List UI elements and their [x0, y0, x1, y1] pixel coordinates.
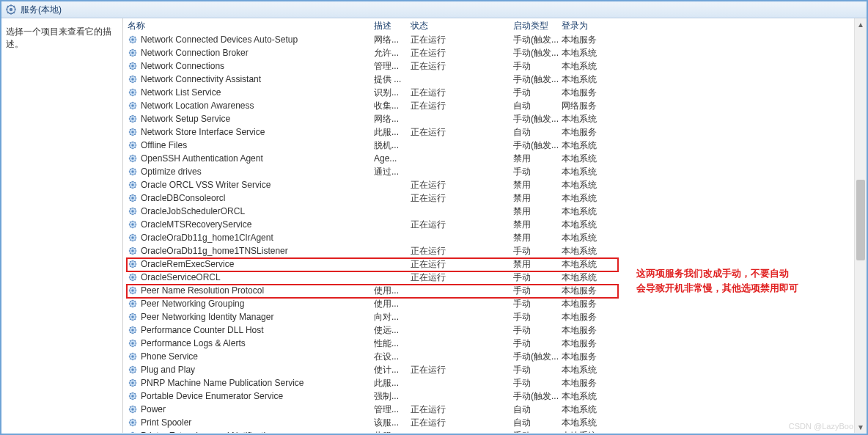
service-row[interactable]: OracleOraDb11g_home1TNSListener正在运行手动本地系…	[123, 244, 855, 257]
service-row[interactable]: Phone Service在设...手动(触发...本地服务	[123, 350, 855, 363]
service-row[interactable]: Oracle ORCL VSS Writer Service正在运行禁用本地系统	[123, 178, 855, 191]
gear-icon	[128, 338, 138, 348]
service-row[interactable]: Network Connected Devices Auto-Setup网络..…	[123, 33, 855, 46]
gear-icon	[128, 127, 138, 137]
gear-icon	[128, 34, 138, 45]
service-desc: 在设...	[374, 351, 411, 363]
service-name: Performance Counter DLL Host	[141, 325, 374, 335]
service-logon: 本地系统	[562, 166, 620, 178]
service-name: PNRP Machine Name Publication Service	[141, 378, 374, 388]
svg-point-7	[131, 65, 134, 67]
service-row[interactable]: Plug and Play使计...正在运行手动本地系统	[123, 363, 855, 376]
svg-point-13	[131, 104, 134, 107]
service-logon: 本地服务	[562, 377, 620, 390]
col-status[interactable]: 状态	[411, 20, 513, 32]
service-status: 正在运行	[411, 87, 513, 99]
service-name: Peer Networking Identity Manager	[141, 312, 374, 322]
service-status: 正在运行	[411, 219, 513, 231]
service-row[interactable]: Network Connections管理...正在运行手动本地系统	[123, 59, 855, 73]
service-desc: 管理...	[374, 403, 411, 416]
svg-point-49	[131, 342, 134, 345]
service-name: OracleMTSRecoveryService	[141, 219, 374, 230]
service-row[interactable]: Portable Device Enumerator Service强制...手…	[123, 390, 855, 403]
service-row[interactable]: Offline Files脱机...手动(触发...本地系统	[123, 139, 855, 152]
service-row[interactable]: Network List Service识别...正在运行手动本地服务	[123, 86, 855, 99]
gear-icon	[128, 365, 138, 375]
service-row[interactable]: OpenSSH Authentication AgentAge...禁用本地系统	[123, 152, 855, 165]
service-row[interactable]: Performance Logs & Alerts性能...手动本地服务	[123, 337, 855, 350]
svg-point-45	[131, 315, 134, 318]
service-desc: 该服...	[374, 417, 411, 429]
vertical-scrollbar[interactable]: ▲ ▼	[854, 18, 867, 433]
service-logon: 本地系统	[562, 390, 620, 403]
col-description[interactable]: 描述	[374, 20, 411, 32]
scroll-down-icon[interactable]: ▼	[855, 421, 867, 433]
service-name: Peer Networking Grouping	[141, 299, 374, 309]
gear-icon	[128, 351, 138, 362]
service-status: 正在运行	[411, 47, 513, 59]
service-startup: 手动(触发...	[513, 34, 562, 46]
gear-icon	[128, 61, 138, 71]
service-startup: 禁用	[513, 205, 562, 218]
gear-icon	[128, 87, 138, 98]
annotation-text: 这两项服务我们改成手动，不要自动 会导致开机非常慢，其他选项禁用即可	[636, 266, 798, 295]
svg-point-51	[131, 355, 134, 358]
service-name: OracleDBConsoleorcl	[141, 193, 374, 203]
gear-icon	[128, 180, 138, 190]
gear-icon	[128, 233, 138, 243]
service-name: Phone Service	[141, 351, 374, 362]
column-headers[interactable]: 名称 描述 状态 启动类型 登录为	[123, 18, 867, 34]
service-row[interactable]: OracleOraDb11g_home1ClrAgent禁用本地系统	[123, 231, 855, 244]
service-name: Network Connectivity Assistant	[141, 74, 374, 84]
scroll-up-icon[interactable]: ▲	[855, 18, 867, 30]
service-logon: 本地系统	[562, 192, 620, 205]
service-desc: 使计...	[374, 364, 411, 376]
service-logon: 本地系统	[562, 258, 620, 271]
service-startup: 手动	[513, 87, 562, 99]
service-name: Peer Name Resolution Protocol	[141, 285, 374, 296]
gear-icon	[128, 299, 138, 309]
service-logon: 本地服务	[562, 34, 620, 46]
svg-point-5	[131, 51, 134, 54]
col-name[interactable]: 名称	[128, 20, 374, 32]
service-row[interactable]: Network Setup Service网络...手动(触发...本地系统	[123, 112, 855, 125]
svg-point-33	[131, 236, 134, 239]
service-name: Offline Files	[141, 140, 374, 150]
svg-point-57	[131, 395, 134, 398]
service-name: OracleRemExecService	[141, 259, 374, 269]
service-row[interactable]: Peer Networking Grouping使用...手动本地服务	[123, 297, 855, 310]
gear-icon	[128, 431, 138, 433]
service-startup: 手动(触发...	[513, 390, 562, 403]
scroll-thumb[interactable]	[856, 180, 865, 260]
svg-point-39	[131, 276, 134, 279]
service-row[interactable]: Printer Extensions and Notifications此服..…	[123, 429, 855, 433]
gear-icon	[128, 74, 138, 84]
service-row[interactable]: Print Spooler该服...正在运行自动本地系统	[123, 416, 855, 429]
service-status: 正在运行	[411, 271, 513, 284]
service-row[interactable]: PNRP Machine Name Publication Service此服.…	[123, 376, 855, 390]
col-logon[interactable]: 登录为	[562, 20, 620, 32]
svg-point-31	[131, 223, 134, 226]
service-row[interactable]: OracleDBConsoleorcl正在运行禁用本地系统	[123, 191, 855, 205]
col-startup[interactable]: 启动类型	[513, 20, 562, 32]
service-row[interactable]: Network Connectivity Assistant提供 ...手动(触…	[123, 73, 855, 86]
service-row[interactable]: Optimize drives通过...手动本地系统	[123, 165, 855, 178]
service-row[interactable]: Performance Counter DLL Host使远...手动本地服务	[123, 323, 855, 337]
service-logon: 本地服务	[562, 337, 620, 350]
service-status: 正在运行	[411, 403, 513, 416]
service-list[interactable]: Network Connected Devices Auto-Setup网络..…	[123, 33, 855, 433]
service-row[interactable]: Network Store Interface Service此服...正在运行…	[123, 125, 855, 139]
service-row[interactable]: Network Connection Broker允许...正在运行手动(触发.…	[123, 46, 855, 59]
service-logon: 本地系统	[562, 139, 620, 152]
service-row[interactable]: OracleMTSRecoveryService正在运行禁用本地系统	[123, 218, 855, 231]
service-desc: 脱机...	[374, 139, 411, 152]
service-row[interactable]: Network Location Awareness收集...正在运行自动网络服…	[123, 99, 855, 112]
service-desc: 管理...	[374, 60, 411, 73]
service-row[interactable]: OracleJobSchedulerORCL禁用本地系统	[123, 205, 855, 218]
service-row[interactable]: Peer Networking Identity Manager向对...手动本…	[123, 310, 855, 323]
service-row[interactable]: Power管理...正在运行自动本地系统	[123, 403, 855, 416]
service-desc: 使用...	[374, 285, 411, 297]
service-logon: 本地服务	[562, 351, 620, 363]
gear-icon	[128, 100, 138, 111]
service-startup: 禁用	[513, 179, 562, 191]
